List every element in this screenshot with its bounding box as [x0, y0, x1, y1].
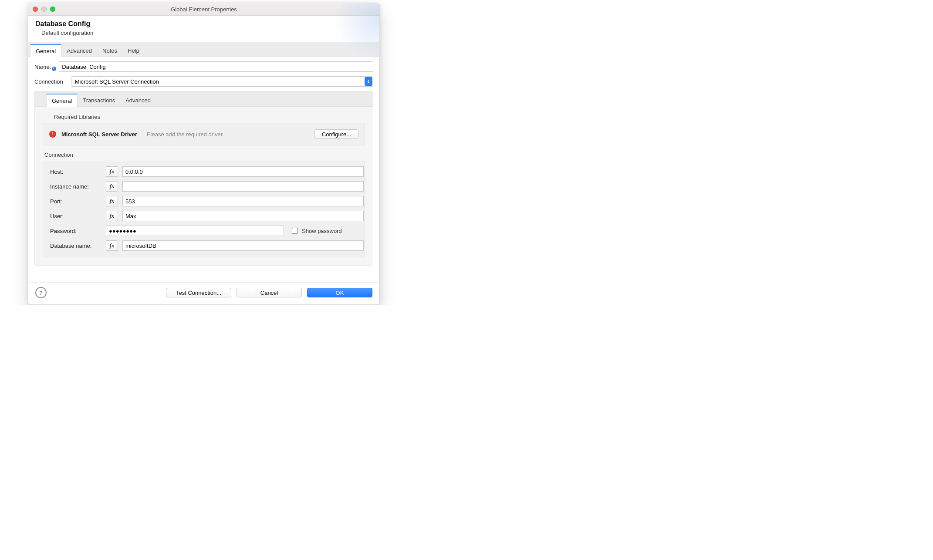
- show-password-checkbox[interactable]: Show password: [290, 226, 342, 235]
- instance-row: Instance name: fx: [50, 181, 358, 192]
- info-icon: [52, 67, 56, 71]
- cancel-button[interactable]: Cancel: [237, 288, 302, 297]
- tab-general[interactable]: General: [30, 44, 61, 57]
- ok-button[interactable]: OK: [307, 288, 372, 297]
- dbname-input[interactable]: [122, 240, 364, 251]
- dialog-header: Database Config Default configuration: [28, 16, 379, 43]
- connection-select-button[interactable]: Microsoft SQL Server Connection: [71, 76, 373, 87]
- configure-button[interactable]: Configure...: [314, 129, 358, 139]
- connection-card: Host: fx Instance name: fx Port: fx: [43, 161, 365, 257]
- outer-tabbar: General Advanced Notes Help: [28, 43, 379, 57]
- fx-icon[interactable]: fx: [106, 211, 118, 221]
- warning-icon: [49, 131, 56, 138]
- dialog-footer: ? Test Connection... Cancel OK: [28, 282, 379, 304]
- user-input[interactable]: [122, 211, 364, 221]
- fx-icon[interactable]: fx: [106, 181, 118, 192]
- password-label: Password:: [50, 228, 102, 234]
- connection-label: Connection: [34, 78, 63, 85]
- name-label: Name:: [34, 64, 51, 70]
- instance-input[interactable]: [122, 181, 364, 192]
- name-row: Name:: [34, 61, 373, 72]
- driver-name: Microsoft SQL Server Driver: [61, 131, 137, 138]
- tab-notes[interactable]: Notes: [97, 44, 122, 57]
- inner-panel: General Transactions Advanced Required L…: [34, 91, 373, 266]
- dialog-body: Name: Connection Microsoft SQL Server Co…: [28, 57, 379, 282]
- instance-label: Instance name:: [50, 183, 102, 190]
- password-input[interactable]: [106, 226, 284, 236]
- tab-help[interactable]: Help: [122, 44, 145, 57]
- chevron-up-down-icon: [365, 77, 372, 86]
- fx-icon[interactable]: fx: [106, 166, 118, 177]
- inner-tab-general[interactable]: General: [46, 94, 78, 107]
- required-libraries-card: Microsoft SQL Server Driver Please add t…: [43, 123, 365, 145]
- dialog-title: Database Config: [35, 20, 372, 28]
- host-label: Host:: [50, 169, 102, 175]
- user-label: User:: [50, 213, 102, 219]
- dbname-label: Database name:: [50, 243, 102, 249]
- inner-tab-advanced[interactable]: Advanced: [120, 93, 156, 106]
- show-password-box[interactable]: [292, 228, 298, 234]
- titlebar: Global Element Properties: [28, 3, 379, 16]
- inner-tab-transactions[interactable]: Transactions: [78, 93, 120, 106]
- connection-section-label: Connection: [44, 152, 365, 158]
- dialog-window: Global Element Properties Database Confi…: [28, 3, 380, 305]
- inner-tabbar: General Transactions Advanced: [35, 91, 373, 107]
- driver-message: Please add the required driver.: [147, 131, 224, 138]
- host-row: Host: fx: [50, 166, 358, 177]
- user-row: User: fx: [50, 211, 358, 221]
- connection-select[interactable]: Microsoft SQL Server Connection: [71, 76, 373, 87]
- window-title: Global Element Properties: [28, 6, 379, 13]
- port-input[interactable]: [122, 196, 364, 206]
- help-icon[interactable]: ?: [35, 287, 47, 298]
- test-connection-button[interactable]: Test Connection...: [166, 288, 231, 297]
- port-label: Port:: [50, 198, 102, 205]
- inner-body: Required Libraries Microsoft SQL Server …: [35, 107, 373, 265]
- fx-icon[interactable]: fx: [106, 240, 118, 251]
- fx-icon[interactable]: fx: [106, 196, 118, 206]
- dialog-subtitle: Default configuration: [41, 30, 372, 36]
- host-input[interactable]: [122, 166, 364, 177]
- password-row: Password: Show password: [50, 226, 358, 236]
- connection-row: Connection Microsoft SQL Server Connecti…: [34, 76, 373, 87]
- show-password-label: Show password: [302, 228, 342, 234]
- port-row: Port: fx: [50, 196, 358, 206]
- required-libraries-label: Required Libraries: [54, 114, 365, 120]
- tab-advanced[interactable]: Advanced: [61, 44, 97, 57]
- dbname-row: Database name: fx: [50, 240, 358, 251]
- name-input[interactable]: [59, 61, 373, 72]
